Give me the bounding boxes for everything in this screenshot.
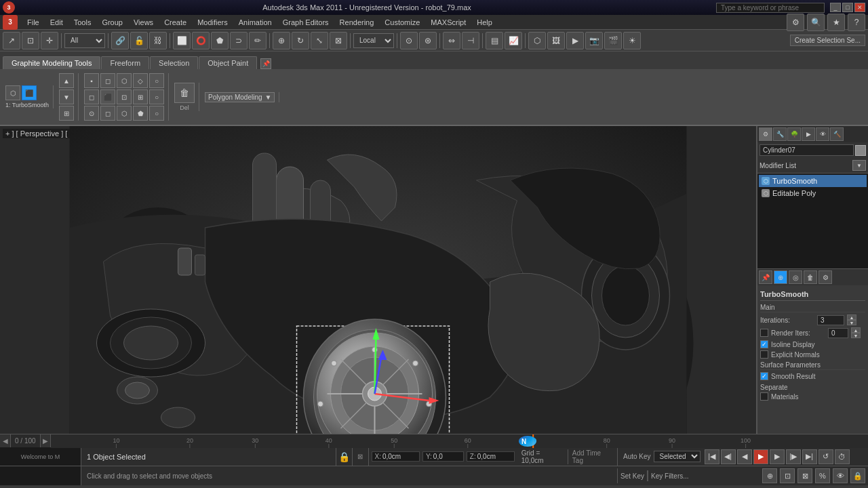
key-mode-btn[interactable]: ⊡	[780, 468, 795, 483]
menu-tools[interactable]: Tools	[68, 17, 97, 28]
menu-modifiers[interactable]: Modifiers	[192, 17, 233, 28]
render-iters-up[interactable]: ▲	[851, 327, 861, 333]
ribbon-mode-1[interactable]: ▪	[84, 73, 99, 88]
toolbar-icon-3[interactable]: ★	[827, 14, 845, 31]
ribbon-mode-4[interactable]: ◇	[133, 73, 148, 88]
tool-squash[interactable]: ⊠	[330, 32, 347, 49]
key-percent-btn[interactable]: %	[815, 468, 830, 483]
ribbon-mode-13[interactable]: ⬡	[117, 106, 132, 121]
title-search-input[interactable]	[716, 3, 825, 13]
toolbar-icon-1[interactable]: ⚙	[787, 14, 804, 31]
iterations-down[interactable]: ▼	[847, 320, 856, 325]
ribbon-tab-freeform[interactable]: Freeform	[101, 56, 149, 69]
isoline-checkbox[interactable]	[760, 340, 768, 348]
selected-dropdown[interactable]: Selected	[654, 451, 701, 462]
anim-start-btn[interactable]: |◀	[705, 449, 719, 464]
lock-area[interactable]: 🔒	[336, 447, 353, 466]
ribbon-mode-3[interactable]: ⬡	[117, 73, 132, 88]
ribbon-nav-up[interactable]: ▲	[59, 73, 74, 88]
ribbon-mode-8[interactable]: ⊡	[117, 89, 132, 104]
stack-make-unique-btn[interactable]: ◎	[789, 270, 802, 284]
ribbon-pin-btn[interactable]: 📌	[260, 58, 271, 69]
tool-material-editor[interactable]: ⬡	[528, 32, 546, 49]
modify-icon[interactable]: 🔧	[773, 127, 787, 141]
tool-mirror[interactable]: ⇔	[443, 32, 460, 49]
key-timeline-btn[interactable]: ⊕	[762, 468, 777, 483]
tool-quick-render[interactable]: ▶	[566, 32, 584, 49]
anim-end-btn[interactable]: ▶|	[802, 449, 817, 464]
ribbon-tab-selection[interactable]: Selection	[150, 56, 198, 69]
key-lock-btn[interactable]: 🔒	[850, 468, 865, 483]
tool-align[interactable]: ⊣	[462, 32, 479, 49]
selection-filter-dropdown[interactable]: All	[64, 33, 105, 48]
tool-select-center[interactable]: ⊛	[419, 32, 437, 49]
polygon-modeling-dropdown[interactable]: Polygon Modeling ▼	[205, 92, 275, 102]
ribbon-mode-12[interactable]: ◻	[100, 106, 115, 121]
y-coord-input[interactable]	[433, 453, 460, 460]
tool-pivot[interactable]: ⊙	[400, 32, 418, 49]
explicit-normals-checkbox[interactable]	[760, 350, 768, 359]
ribbon-tab-graphite[interactable]: Graphite Modeling Tools	[3, 56, 100, 69]
menu-create[interactable]: Create	[159, 17, 192, 28]
create-selection-set-btn[interactable]: Create Selection Se...	[790, 35, 865, 46]
display-icon[interactable]: ⚙	[759, 127, 772, 141]
menu-animation[interactable]: Animation	[233, 17, 277, 28]
ribbon-mode-2[interactable]: ◻	[100, 73, 115, 88]
modifier-list-dropdown[interactable]: ▼	[852, 160, 866, 171]
ribbon-poly-edit-btn[interactable]: ⬡	[5, 85, 20, 100]
viewport[interactable]: + ] [ Perspective ] [ Smooth + Highlight…	[0, 126, 756, 434]
anim-next-key-btn[interactable]: |▶	[786, 449, 801, 464]
tool-curve-editor[interactable]: 📈	[505, 32, 522, 49]
close-button[interactable]: ✕	[854, 3, 865, 12]
stack-show-result-btn[interactable]: ⊕	[774, 270, 787, 284]
menu-group[interactable]: Group	[96, 17, 128, 28]
tool-layer[interactable]: ▤	[486, 32, 503, 49]
smooth-result-checkbox[interactable]	[760, 372, 768, 380]
ribbon-nav-down[interactable]: ▼	[59, 89, 74, 104]
tool-link[interactable]: 🔗	[111, 32, 129, 49]
tool-select-rotate[interactable]: ↻	[292, 32, 309, 49]
reference-coord-dropdown[interactable]: Local	[353, 33, 394, 48]
anim-prev-frame-btn[interactable]: ◀	[737, 449, 752, 464]
render-iters-checkbox[interactable]	[760, 329, 768, 337]
ribbon-mode-11[interactable]: ⊙	[84, 106, 99, 121]
stack-configure-btn[interactable]: ⚙	[818, 270, 832, 284]
ribbon-active-btn[interactable]: ⬛	[22, 85, 37, 100]
ribbon-mode-14[interactable]: ⬟	[133, 106, 148, 121]
next-frame-btn[interactable]: ▶	[40, 434, 51, 448]
ribbon-mode-15[interactable]: ○	[149, 106, 164, 121]
tool-move[interactable]: ✛	[41, 32, 58, 49]
ribbon-mode-5[interactable]: ○	[149, 73, 164, 88]
motion-icon[interactable]: ▶	[802, 127, 815, 141]
stack-remove-mod-btn[interactable]: 🗑	[804, 270, 817, 284]
add-time-tag-btn[interactable]: Add Time Tag	[568, 449, 614, 464]
menu-maxscript[interactable]: MAXScript	[425, 17, 471, 28]
z-coord-input[interactable]	[477, 453, 511, 460]
menu-views[interactable]: Views	[128, 17, 159, 28]
iterations-up[interactable]: ▲	[847, 314, 856, 320]
ribbon-nav-settings[interactable]: ⊞	[59, 106, 74, 121]
tool-rect-select[interactable]: ⬜	[173, 32, 191, 49]
tool-select[interactable]: ↗	[3, 32, 20, 49]
prev-frame-btn[interactable]: ◀	[0, 434, 11, 448]
key-snap-btn[interactable]: ⊠	[797, 468, 812, 483]
tool-render-scene[interactable]: 🖼	[547, 32, 565, 49]
anim-time-config-btn[interactable]: ⏱	[835, 449, 850, 464]
render-iters-down[interactable]: ▼	[851, 333, 861, 338]
ribbon-tab-object-paint[interactable]: Object Paint	[199, 56, 257, 69]
tool-render-to-texture[interactable]: 📷	[585, 32, 603, 49]
restore-button[interactable]: □	[842, 3, 853, 12]
menu-file[interactable]: File	[22, 17, 45, 28]
anim-prev-key-btn[interactable]: ◀|	[721, 449, 736, 464]
materials-checkbox[interactable]	[760, 392, 768, 401]
toolbar-icon-2[interactable]: 🔍	[807, 14, 825, 31]
ribbon-mode-6[interactable]: ◻	[84, 89, 99, 104]
tool-unlink[interactable]: 🔓	[130, 32, 148, 49]
x-coord-input[interactable]	[382, 453, 416, 460]
ribbon-delete-btn[interactable]: 🗑	[174, 83, 195, 103]
display-panel-icon[interactable]: 👁	[816, 127, 829, 141]
object-color-swatch[interactable]	[855, 145, 866, 156]
modifier-editable-poly[interactable]: ⬡ Editable Poly	[759, 187, 867, 199]
tool-select-scale[interactable]: ⤡	[311, 32, 328, 49]
ribbon-mode-9[interactable]: ⊞	[133, 89, 148, 104]
